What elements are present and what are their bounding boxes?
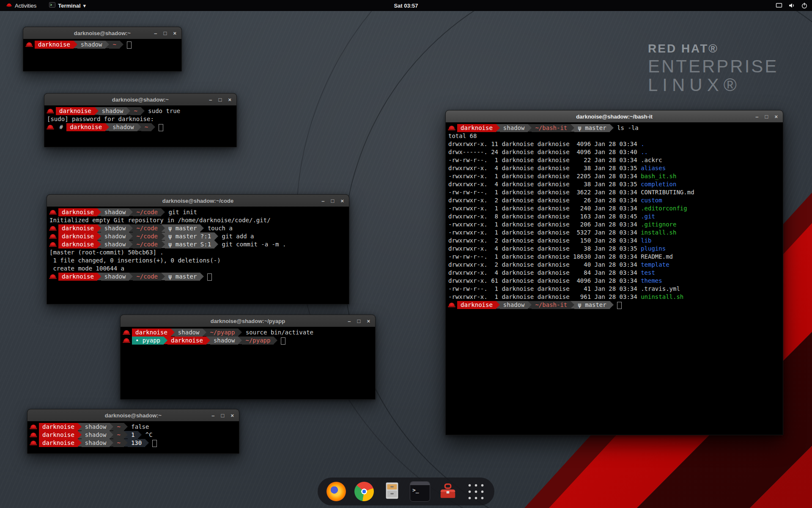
terminal-line: drwxrwxr-x. 2 darknoise darknoise 26 Jan… — [448, 196, 780, 204]
powerline-arrow — [110, 423, 113, 431]
terminal-text: aliases — [641, 165, 666, 171]
terminal-text: -rw-rw-r--. 1 darknoise darknoise 18630 … — [448, 253, 673, 260]
powerline-arrow — [74, 41, 77, 48]
window-titlebar[interactable]: darknoise@shadow:~/pyapp – □ × — [121, 315, 375, 327]
powerline-arrow — [105, 41, 109, 48]
dock-item-files[interactable] — [381, 480, 403, 502]
terminal-cursor — [207, 273, 212, 281]
terminal-window-exitcodes[interactable]: darknoise@shadow:~ – □ × darknoiseshadow… — [27, 409, 239, 454]
minimize-button[interactable]: – — [348, 318, 351, 324]
terminal-cursor — [127, 41, 132, 49]
maximize-button[interactable]: □ — [331, 198, 335, 204]
minimize-button[interactable]: – — [154, 30, 157, 36]
prompt-segment-exit: 130 — [128, 439, 145, 447]
terminal-line: darknoiseshadow~/bash-itψ master — [448, 301, 780, 309]
clock[interactable]: Sat 03:57 — [394, 3, 418, 9]
close-button[interactable]: × — [228, 97, 231, 102]
terminal-line: create mode 100644 a — [49, 265, 346, 273]
prompt-segment-path: ~/code — [133, 240, 161, 248]
dock-item-show-apps[interactable] — [465, 480, 487, 502]
prompt-segment-path: ~ — [113, 431, 123, 439]
maximize-button[interactable]: □ — [765, 114, 768, 119]
powerline-arrow — [78, 439, 82, 447]
close-button[interactable]: × — [230, 413, 234, 418]
terminal-app-icon — [49, 2, 55, 9]
window-titlebar[interactable]: darknoise@shadow:~ – □ × — [27, 409, 239, 422]
toolbox-icon — [438, 481, 458, 502]
terminal-content[interactable]: darknoiseshadow~ sudo true[sudo] passwor… — [44, 105, 236, 147]
terminal-content[interactable]: darknoiseshadow~ — [23, 39, 181, 71]
close-button[interactable]: × — [367, 318, 370, 324]
terminal-content[interactable]: darknoiseshadow~ falsedarknoiseshadow~1 … — [27, 421, 239, 453]
terminal-text: . — [641, 141, 644, 147]
dock-item-toolbox[interactable] — [437, 480, 459, 502]
terminal-text: -rwxrwxr-x. 1 darknoise darknoise 2205 J… — [448, 173, 641, 179]
dock: >_ — [318, 478, 494, 505]
maximize-button[interactable]: □ — [219, 97, 222, 102]
prompt-segment-path: ~ — [141, 123, 151, 131]
prompt-segment-user: darknoise — [66, 123, 105, 131]
close-button[interactable]: × — [774, 114, 778, 119]
close-button[interactable]: × — [340, 198, 344, 204]
terminal-window-sudo[interactable]: darknoise@shadow:~ – □ × darknoiseshadow… — [44, 93, 237, 147]
terminal-line: drwxrwxr-x. 4 darknoise darknoise 38 Jan… — [448, 180, 780, 188]
prompt-segment-user: darknoise — [457, 301, 496, 309]
window-titlebar[interactable]: darknoise@shadow:~ – □ × — [23, 27, 181, 39]
terminal-text: drwxrwxr-x. 4 darknoise darknoise 38 Jan… — [448, 181, 641, 188]
rhel-wordmark-linux: LINUX® — [648, 76, 778, 94]
redhat-prompt-icon — [449, 126, 455, 130]
powerline-arrow — [137, 123, 141, 131]
terminal-line: drwxrwxr-x. 11 darknoise darknoise 4096 … — [448, 140, 780, 148]
close-button[interactable]: × — [173, 30, 176, 36]
terminal-content[interactable]: darknoiseshadow~/bash-itψ master ls -lat… — [446, 122, 783, 435]
terminal-line: drwxrwxr-x. 4 darknoise darknoise 38 Jan… — [448, 164, 780, 172]
terminal-line: darknoiseshadow~/code git init — [49, 208, 346, 216]
terminal-line: total 68 — [448, 132, 780, 140]
terminal-line: -rw-rw-r--. 1 darknoise darknoise 22 Jan… — [448, 156, 780, 164]
terminal-text: total 68 — [448, 133, 477, 139]
dock-item-terminal[interactable]: >_ — [409, 480, 431, 502]
terminal-text: drwxrwxr-x. 61 darknoise darknoise 4096 … — [448, 277, 641, 284]
terminal-content[interactable]: darknoiseshadow~/pyapp source bin/activa… — [121, 327, 375, 399]
terminal-line: darknoiseshadow~/bash-itψ master ls -la — [448, 124, 780, 132]
window-titlebar[interactable]: darknoise@shadow:~/bash-it – □ × — [446, 110, 783, 123]
powerline-arrow — [97, 273, 101, 280]
terminal-content[interactable]: darknoiseshadow~/code git initInitialize… — [47, 207, 349, 304]
system-tray[interactable] — [776, 0, 808, 11]
window-titlebar[interactable]: darknoise@shadow:~/code – □ × — [47, 195, 349, 207]
minimize-button[interactable]: – — [321, 198, 324, 204]
redhat-prompt-icon — [50, 210, 56, 215]
prompt-segment-host: shadow — [101, 208, 129, 216]
powerline-arrow — [164, 337, 167, 344]
powerline-arrow — [571, 124, 574, 132]
app-menu-terminal[interactable]: Terminal ▾ — [47, 0, 88, 11]
minimize-button[interactable]: – — [209, 97, 212, 102]
dock-item-chrome[interactable] — [353, 480, 375, 502]
terminal-text: themes — [641, 277, 662, 284]
powerline-arrow — [124, 423, 128, 431]
terminal-text: drwxrwxr-x. 4 darknoise darknoise 84 Jan… — [448, 269, 641, 276]
terminal-text: git init — [165, 209, 197, 215]
powerline-arrow — [97, 240, 101, 248]
terminal-window-code[interactable]: darknoise@shadow:~/code – □ × darknoises… — [47, 194, 349, 304]
powerline-arrow — [145, 439, 149, 447]
terminal-window-home-small[interactable]: darknoise@shadow:~ – □ × darknoiseshadow… — [23, 27, 182, 72]
activities-button[interactable]: Activities — [4, 0, 38, 11]
window-titlebar[interactable]: darknoise@shadow:~ – □ × — [44, 94, 236, 106]
window-title: darknoise@shadow:~/bash-it — [576, 113, 653, 120]
minimize-button[interactable]: – — [755, 114, 758, 119]
redhat-prompt-icon — [30, 433, 36, 437]
terminal-text: ^C — [142, 431, 152, 438]
minimize-button[interactable]: – — [211, 413, 214, 418]
chrome-icon — [354, 482, 374, 501]
terminal-line: -rwxrwxr-x. 1 darknoise darknoise 2205 J… — [448, 172, 780, 180]
dock-item-firefox[interactable] — [325, 480, 347, 502]
terminal-window-pyapp[interactable]: darknoise@shadow:~/pyapp – □ × darknoise… — [120, 315, 376, 400]
maximize-button[interactable]: □ — [164, 30, 167, 36]
terminal-text: -rw-rw-r--. 1 darknoise darknoise 22 Jan… — [448, 157, 662, 163]
maximize-button[interactable]: □ — [221, 413, 225, 418]
powerline-arrow — [97, 224, 101, 232]
maximize-button[interactable]: □ — [357, 318, 361, 324]
prompt-segment-host: shadow — [101, 273, 129, 281]
terminal-window-bash-it[interactable]: darknoise@shadow:~/bash-it – □ × darknoi… — [445, 110, 783, 435]
